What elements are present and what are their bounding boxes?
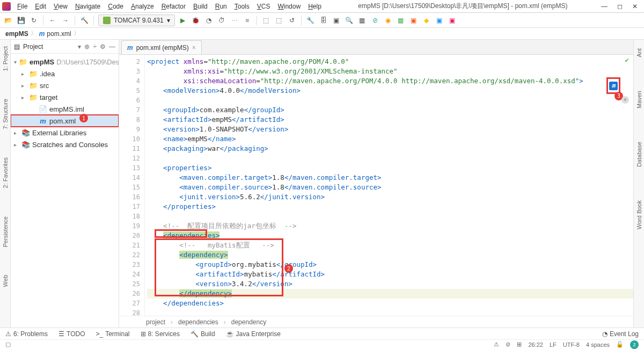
close-icon[interactable]: ×	[621, 96, 629, 104]
vcs-icon-2[interactable]: ⬚	[274, 16, 284, 25]
line-sep[interactable]: LF	[550, 341, 557, 348]
run-configuration-selector[interactable]: TOMCAT 9.0.431 ▾	[98, 14, 175, 26]
tool-icon-b[interactable]: ▦	[357, 16, 367, 25]
struct-crumb[interactable]: dependencies	[178, 318, 218, 326]
code-line[interactable]: </dependency>	[147, 289, 633, 299]
gear-icon[interactable]: ⚙	[100, 43, 106, 50]
search-icon[interactable]: 🔍	[345, 16, 354, 25]
collapse-icon[interactable]: ÷	[93, 43, 97, 50]
struct-crumb[interactable]: dependency	[231, 318, 266, 326]
wrench-icon[interactable]: 🔧	[306, 16, 316, 25]
crumb-file[interactable]: m pom.xml	[39, 30, 71, 38]
vtab-ant[interactable]: Ant	[635, 45, 643, 61]
tool-windows-icon[interactable]: ▢	[5, 341, 11, 347]
tool-icon-f[interactable]: ◆	[422, 16, 431, 25]
minimize-button[interactable]: —	[601, 3, 608, 10]
code-line[interactable]: <name>empMS</name>	[147, 134, 633, 144]
tool-window----problems[interactable]: ⚠ 6: Problems	[5, 330, 48, 338]
code-line[interactable]: <junit.version>5.6.2</junit.version>	[147, 192, 633, 202]
menu-edit[interactable]: Edit	[32, 2, 49, 11]
tree-item-scratches-and-consoles[interactable]: ▸📚Scratches and Consoles	[11, 139, 119, 150]
run-button[interactable]: ▶	[178, 16, 188, 25]
tool-window-java-enterprise[interactable]: ☕ Java Enterprise	[226, 330, 281, 338]
struct-crumb[interactable]: project	[146, 318, 165, 326]
notification-badge[interactable]: 2	[630, 340, 639, 349]
code-line[interactable]: xsi:schemaLocation="http://maven.apache.…	[147, 76, 633, 86]
coverage-icon[interactable]: ◔	[204, 16, 214, 25]
open-icon[interactable]: 📂	[3, 16, 13, 25]
menu-build[interactable]: Build	[190, 2, 211, 11]
tree-item-empMS-iml[interactable]: 📄empMS.iml	[11, 103, 119, 115]
code-line[interactable]: <artifactId>mybatis</artifactId>	[147, 270, 633, 279]
tool-window-todo[interactable]: ☰ TODO	[58, 330, 85, 338]
status-icon[interactable]: ⊘	[506, 341, 510, 348]
stop-button[interactable]: ■	[243, 16, 252, 25]
vtab-maven[interactable]: Maven	[635, 88, 643, 112]
save-all-icon[interactable]: 💾	[16, 16, 26, 25]
sync-icon[interactable]: ↻	[29, 16, 39, 25]
caret-pos[interactable]: 26:22	[528, 341, 543, 348]
locate-icon[interactable]: ⊕	[84, 43, 90, 50]
code-line[interactable]: <packaging>war</packaging>	[147, 144, 633, 154]
tool-window-terminal[interactable]: >_ Terminal	[96, 330, 129, 338]
vcs-icon-1[interactable]: ⬚	[261, 16, 271, 25]
crumb-root[interactable]: empMS	[5, 30, 28, 38]
tool-window----services[interactable]: ⊞ 8: Services	[141, 330, 180, 338]
menu-help[interactable]: Help	[305, 2, 325, 11]
tree-item-external-libraries[interactable]: ▸📚External Libraries	[11, 127, 119, 139]
code-line[interactable]	[147, 308, 633, 316]
vtab----favorites[interactable]: 2: Favorites	[1, 154, 10, 191]
code-line[interactable]: <!-- myBatis配置 -->	[147, 241, 633, 250]
forward-icon[interactable]: →	[61, 16, 70, 25]
code-line[interactable]: <!-- 配置项目所依赖的jar包坐标 -->	[147, 221, 633, 231]
attach-icon[interactable]: ⋯	[230, 16, 239, 25]
code-editor[interactable]: ✔ m 3 × <project xmlns="http://maven.apa…	[145, 55, 633, 316]
tool-icon-g[interactable]: ▣	[435, 16, 444, 25]
vtab-web[interactable]: Web	[1, 272, 10, 290]
project-tree[interactable]: ▾📁empMS D:\Users\17509\Desktop▸📁.idea▸📁s…	[11, 54, 119, 152]
encoding[interactable]: UTF-8	[563, 341, 580, 348]
db-icon[interactable]: 🗄	[319, 16, 328, 25]
code-line[interactable]: <properties>	[147, 163, 633, 173]
menu-code[interactable]: Code	[105, 2, 127, 11]
tree-item-pom-xml[interactable]: mpom.xml	[11, 115, 119, 127]
profile-icon[interactable]: ⏱	[217, 16, 226, 25]
vtab-word-book[interactable]: Word Book	[635, 197, 643, 232]
code-line[interactable]: xmlns:xsi="http://www.w3.org/2001/XMLSch…	[147, 67, 633, 76]
menu-view[interactable]: View	[50, 2, 71, 11]
menu-refactor[interactable]: Refactor	[158, 2, 189, 11]
event-log-button[interactable]: ◔ Event Log	[602, 330, 639, 338]
tool-icon-e[interactable]: ▣	[409, 16, 419, 25]
menu-file[interactable]: File	[14, 2, 31, 11]
maximize-button[interactable]: ◻	[617, 3, 623, 10]
vtab----project[interactable]: 1: Project	[1, 43, 10, 74]
tool-icon-a[interactable]: ▣	[332, 16, 341, 25]
status-icon[interactable]: ⚠	[494, 341, 499, 348]
close-tab-icon[interactable]: ×	[192, 44, 196, 52]
tree-root[interactable]: ▾📁empMS D:\Users\17509\Desktop	[11, 56, 119, 68]
menu-navigate[interactable]: Navigate	[72, 2, 104, 11]
tree-item-target[interactable]: ▸📁target	[11, 91, 119, 103]
indent[interactable]: 4 spaces	[586, 341, 610, 348]
code-line[interactable]: <groupId>org.mybatis</groupId>	[147, 260, 633, 270]
status-icon[interactable]: ⊞	[517, 341, 522, 348]
code-line[interactable]: <project xmlns="http://maven.apache.org/…	[147, 57, 633, 67]
code-line[interactable]: <dependencies>	[147, 231, 633, 241]
vcs-icon-3[interactable]: ↺	[287, 16, 297, 25]
tool-icon-c[interactable]: ◉	[383, 16, 393, 25]
vtab-database[interactable]: Database	[635, 139, 643, 170]
chevron-down-icon[interactable]: ▾	[78, 43, 81, 50]
editor-tab-pom[interactable]: m pom.xml (empMS) ×	[121, 40, 202, 54]
vtab----structure[interactable]: 7: Structure	[1, 96, 10, 133]
code-line[interactable]: <artifactId>empMS</artifactId>	[147, 115, 633, 125]
vtab-persistence[interactable]: Persistence	[1, 213, 10, 250]
menu-window[interactable]: Window	[274, 2, 304, 11]
tool-icon-d[interactable]: ▦	[396, 16, 406, 25]
back-icon[interactable]: ←	[48, 16, 57, 25]
code-line[interactable]: <dependency>	[147, 250, 633, 260]
readonly-icon[interactable]: 🔓	[616, 341, 624, 348]
code-line[interactable]: <maven.compiler.target>1.8</maven.compil…	[147, 173, 633, 183]
project-title[interactable]: Project	[23, 43, 75, 50]
code-line[interactable]: <version>3.4.2</version>	[147, 279, 633, 289]
code-line[interactable]	[147, 212, 633, 221]
